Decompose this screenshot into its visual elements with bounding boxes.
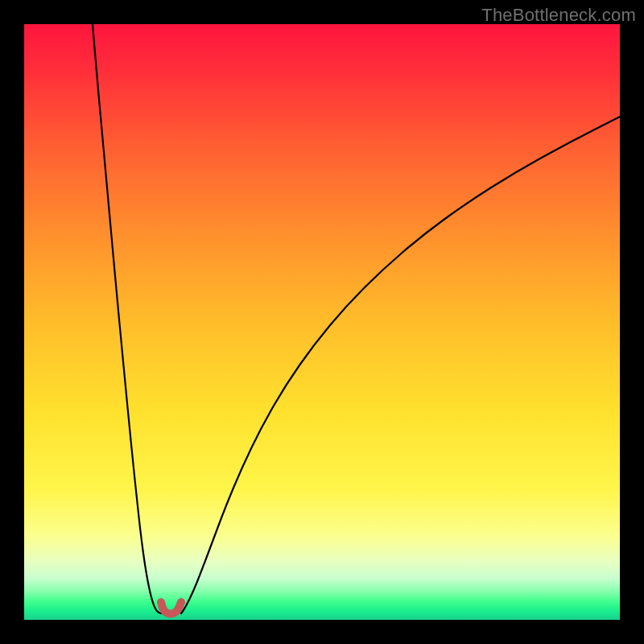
chart-svg [24, 24, 620, 620]
watermark-text: TheBottleneck.com [481, 5, 636, 26]
chart-plot-area [24, 24, 620, 620]
curve-left-branch [93, 24, 161, 613]
curve-right-branch [181, 117, 620, 613]
curve-minimum-marker [161, 602, 181, 614]
